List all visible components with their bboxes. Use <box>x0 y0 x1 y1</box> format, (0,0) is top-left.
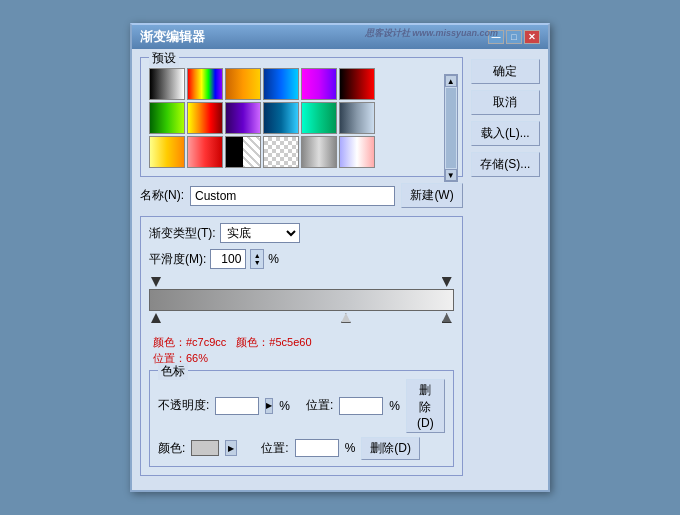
preset-swatch-12[interactable] <box>339 102 375 134</box>
preset-swatch-4[interactable] <box>263 68 299 100</box>
type-field-label: 渐变类型(T): <box>149 225 216 242</box>
main-area: 预设 <box>140 57 463 482</box>
opacity-arrow-button[interactable]: ▶ <box>265 398 273 414</box>
gradient-editor-dialog: 渐变编辑器 — □ ✕ 思客设计社 www.missyuan.com 预设 <box>130 23 550 492</box>
color-swatch[interactable] <box>191 440 219 456</box>
smooth-row: 平滑度(M): ▲ ▼ % <box>149 249 454 269</box>
gradient-bar[interactable] <box>149 289 454 311</box>
color-delete-button[interactable]: 删除(D) <box>361 437 420 460</box>
ok-button[interactable]: 确定 <box>471 59 540 84</box>
gradient-bar-area <box>149 277 454 331</box>
gradient-type-select[interactable]: 实底 <box>220 223 300 243</box>
smooth-unit: % <box>268 252 279 266</box>
preset-scrollbar[interactable]: ▲ ▼ <box>444 74 458 182</box>
scroll-thumb[interactable] <box>446 88 456 168</box>
scroll-up-button[interactable]: ▲ <box>445 75 457 87</box>
preset-swatch-8[interactable] <box>187 102 223 134</box>
dialog-body: 预设 <box>132 49 548 490</box>
name-label: 名称(N): <box>140 187 184 204</box>
maximize-button[interactable]: □ <box>506 30 522 44</box>
preset-swatch-5[interactable] <box>301 68 337 100</box>
cancel-button[interactable]: 取消 <box>471 90 540 115</box>
presets-grid <box>149 68 442 168</box>
preset-swatch-11[interactable] <box>301 102 337 134</box>
preset-swatch-17[interactable] <box>301 136 337 168</box>
preset-swatch-15[interactable] <box>225 136 261 168</box>
color-pos-unit: % <box>345 441 356 455</box>
color-info-2-color: 颜色：#5c5e60 <box>236 335 311 350</box>
preset-swatch-9[interactable] <box>225 102 261 134</box>
preset-swatch-13[interactable] <box>149 136 185 168</box>
opacity-stop-right[interactable] <box>442 277 452 287</box>
name-row: 名称(N): 新建(W) <box>140 183 463 208</box>
color-info: 颜色：#c7c9cc 位置：66% 颜色：#5c5e60 <box>149 335 454 366</box>
smooth-input[interactable] <box>210 249 246 269</box>
dialog-title: 渐变编辑器 <box>140 28 205 46</box>
preset-swatch-3[interactable] <box>225 68 261 100</box>
color-info-item-1: 颜色：#c7c9cc 位置：66% <box>153 335 226 366</box>
preset-swatch-18[interactable] <box>339 136 375 168</box>
scroll-down-button[interactable]: ▼ <box>445 169 457 181</box>
opacity-input[interactable] <box>215 397 259 415</box>
smooth-label: 平滑度(M): <box>149 251 206 268</box>
load-button[interactable]: 载入(L)... <box>471 121 540 146</box>
color-pos-label: 位置: <box>261 440 288 457</box>
color-stop-left[interactable] <box>151 313 161 323</box>
side-buttons: 确定 取消 载入(L)... 存储(S)... <box>471 57 540 482</box>
color-stops-section-label: 色标 <box>158 363 188 380</box>
preset-swatch-10[interactable] <box>263 102 299 134</box>
opacity-label: 不透明度: <box>158 397 209 414</box>
preset-swatch-1[interactable] <box>149 68 185 100</box>
presets-label: 预设 <box>149 50 179 67</box>
presets-section: 预设 <box>140 57 463 177</box>
close-button[interactable]: ✕ <box>524 30 540 44</box>
opacity-pos-label: 位置: <box>306 397 333 414</box>
watermark: 思客设计社 www.missyuan.com <box>365 27 498 40</box>
type-row: 渐变类型(T): 实底 <box>149 223 454 243</box>
save-button[interactable]: 存储(S)... <box>471 152 540 177</box>
color-row-label: 颜色: <box>158 440 185 457</box>
color-info-item-2: 颜色：#5c5e60 <box>236 335 311 350</box>
color-row: 颜色: ▶ 位置: % 删除(D) <box>158 437 445 460</box>
opacity-row: 不透明度: ▶ % 位置: % 删除(D) <box>158 379 445 433</box>
color-stop-right[interactable] <box>442 313 452 323</box>
gradient-type-section: 渐变类型(T): 实底 平滑度(M): ▲ ▼ % <box>140 216 463 476</box>
opacity-unit: % <box>279 399 290 413</box>
new-button[interactable]: 新建(W) <box>401 183 462 208</box>
color-arrow-button[interactable]: ▶ <box>225 440 237 456</box>
color-stop-middle[interactable] <box>341 313 351 323</box>
title-bar: 渐变编辑器 — □ ✕ 思客设计社 www.missyuan.com <box>132 25 548 49</box>
color-info-1-color: 颜色：#c7c9cc <box>153 335 226 350</box>
name-input[interactable] <box>190 186 395 206</box>
preset-swatch-7[interactable] <box>149 102 185 134</box>
opacity-delete-button[interactable]: 删除(D) <box>406 379 445 433</box>
opacity-stop-left[interactable] <box>151 277 161 287</box>
color-stops-section: 色标 不透明度: ▶ % 位置: % 删除(D) 颜色: <box>149 370 454 467</box>
opacity-pos-unit: % <box>389 399 400 413</box>
preset-swatch-14[interactable] <box>187 136 223 168</box>
color-stops-row <box>149 313 454 331</box>
preset-swatch-16[interactable] <box>263 136 299 168</box>
preset-swatch-2[interactable] <box>187 68 223 100</box>
smooth-spin-button[interactable]: ▲ ▼ <box>250 249 264 269</box>
opacity-pos-input[interactable] <box>339 397 383 415</box>
color-pos-input[interactable] <box>295 439 339 457</box>
preset-swatch-6[interactable] <box>339 68 375 100</box>
